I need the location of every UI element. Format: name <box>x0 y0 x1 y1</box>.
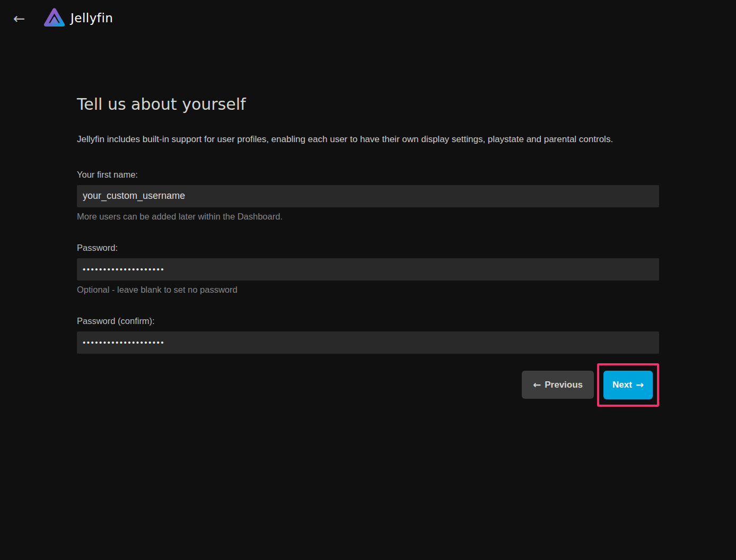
app-title: Jellyfin <box>71 11 113 25</box>
page-description: Jellyfin includes built-in support for u… <box>77 134 659 145</box>
first-name-field-group: Your first name: More users can be added… <box>77 170 659 222</box>
first-name-input[interactable] <box>77 185 659 207</box>
app-header: ← Jellyfin <box>0 0 736 36</box>
next-button-label: Next <box>612 380 632 390</box>
next-button[interactable]: Next → <box>603 371 653 399</box>
arrow-left-icon: ← <box>533 379 541 390</box>
setup-wizard-user-page: Tell us about yourself Jellyfin includes… <box>77 95 659 407</box>
page-title: Tell us about yourself <box>77 95 659 114</box>
previous-button-label: Previous <box>545 380 583 390</box>
first-name-label: Your first name: <box>77 170 659 180</box>
password-field-group: Password: Optional - leave blank to set … <box>77 243 659 295</box>
password-confirm-input[interactable] <box>77 331 659 354</box>
password-helper-text: Optional - leave blank to set no passwor… <box>77 285 659 295</box>
jellyfin-logo-icon <box>42 6 66 30</box>
next-button-highlight-annotation: Next → <box>597 363 659 407</box>
first-name-helper-text: More users can be added later within the… <box>77 212 659 222</box>
password-confirm-field-group: Password (confirm): <box>77 316 659 354</box>
wizard-navigation: ← Previous Next → <box>77 363 659 407</box>
password-label: Password: <box>77 243 659 253</box>
password-input[interactable] <box>77 258 659 281</box>
arrow-right-icon: → <box>636 379 644 390</box>
back-button[interactable]: ← <box>8 7 30 29</box>
password-confirm-label: Password (confirm): <box>77 316 659 326</box>
previous-button[interactable]: ← Previous <box>522 371 594 399</box>
